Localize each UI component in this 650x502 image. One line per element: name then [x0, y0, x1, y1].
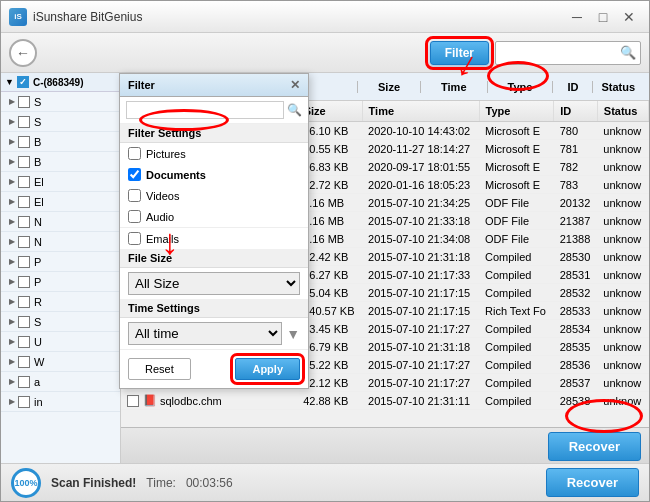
file-time: 2015-07-10 21:17:15: [362, 302, 479, 320]
time-settings-title: Time Settings: [120, 299, 308, 318]
file-id: 28536: [554, 356, 598, 374]
file-time: 2020-09-17 18:01:55: [362, 158, 479, 176]
file-time: 2020-01-16 18:05:23: [362, 176, 479, 194]
file-status: unknow: [597, 248, 648, 266]
file-time: 2015-07-10 21:34:08: [362, 230, 479, 248]
window-controls[interactable]: ─ □ ✕: [565, 7, 641, 27]
audio-checkbox[interactable]: [128, 210, 141, 223]
pictures-checkbox[interactable]: [128, 147, 141, 160]
file-status: unknow: [597, 158, 648, 176]
filter-option-emails[interactable]: Emails: [120, 227, 308, 249]
file-type: Compiled: [479, 374, 554, 392]
file-type: Compiled: [479, 266, 554, 284]
drive-item[interactable]: ▼ ✓ C-(868349): [1, 73, 120, 92]
file-time: 2015-07-10 21:17:33: [362, 266, 479, 284]
col-id-label: ID: [552, 81, 592, 93]
status-recover-button[interactable]: Recover: [546, 468, 639, 497]
sidebar-item-4[interactable]: ▶ El: [1, 172, 120, 192]
sidebar-item-7[interactable]: ▶ N: [1, 232, 120, 252]
close-button[interactable]: ✕: [617, 7, 641, 27]
filter-search-input[interactable]: [126, 101, 284, 119]
file-time: 2015-07-10 21:17:27: [362, 320, 479, 338]
videos-label: Videos: [146, 190, 179, 202]
col-header-status[interactable]: Status: [597, 101, 648, 122]
sidebar-item-12[interactable]: ▶ U: [1, 332, 120, 352]
back-button[interactable]: ←: [9, 39, 37, 67]
apply-button[interactable]: Apply: [235, 358, 300, 380]
sidebar-item-9[interactable]: ▶ P: [1, 272, 120, 292]
search-icon[interactable]: 🔍: [620, 45, 636, 60]
emails-checkbox[interactable]: [128, 232, 141, 245]
time-value: 00:03:56: [186, 476, 233, 490]
file-type: Microsoft E: [479, 176, 554, 194]
pictures-label: Pictures: [146, 148, 186, 160]
file-id: 28537: [554, 374, 598, 392]
title-bar: iS iSunshare BitGenius ─ □ ✕: [1, 1, 649, 33]
search-input[interactable]: [500, 47, 620, 59]
status-bar: 100% Scan Finished! Time: 00:03:56 Recov…: [1, 463, 649, 501]
file-status: unknow: [597, 374, 648, 392]
file-time: 2020-11-27 18:14:27: [362, 140, 479, 158]
file-id: 21387: [554, 212, 598, 230]
sidebar-item-1[interactable]: ▶ S: [1, 112, 120, 132]
file-time: 2015-07-10 21:33:18: [362, 212, 479, 230]
file-status: unknow: [597, 194, 648, 212]
sidebar-item-10[interactable]: ▶ R: [1, 292, 120, 312]
col-header-id[interactable]: ID: [554, 101, 598, 122]
maximize-button[interactable]: □: [591, 7, 615, 27]
filter-panel-close[interactable]: ✕: [290, 78, 300, 92]
file-type: Compiled: [479, 338, 554, 356]
filter-option-pictures[interactable]: Pictures: [120, 143, 308, 164]
sidebar-item-6[interactable]: ▶ N: [1, 212, 120, 232]
sidebar-item-13[interactable]: ▶ W: [1, 352, 120, 372]
col-size-label: Size: [357, 81, 420, 93]
reset-button[interactable]: Reset: [128, 358, 191, 380]
documents-checkbox[interactable]: [128, 168, 141, 181]
videos-checkbox[interactable]: [128, 189, 141, 202]
file-type-icon: 📕: [143, 394, 157, 407]
file-id: 781: [554, 140, 598, 158]
emails-label: Emails: [146, 233, 179, 245]
inner-recover-button[interactable]: Recover: [548, 432, 641, 461]
file-id: 28531: [554, 266, 598, 284]
filter-option-videos[interactable]: Videos: [120, 185, 308, 206]
minimize-button[interactable]: ─: [565, 7, 589, 27]
sidebar-item-8[interactable]: ▶ P: [1, 252, 120, 272]
file-id: 28533: [554, 302, 598, 320]
file-type: ODF File: [479, 212, 554, 230]
col-header-time[interactable]: Time: [362, 101, 479, 122]
drive-label: C-(868349): [33, 77, 84, 88]
audio-label: Audio: [146, 211, 174, 223]
sidebar: ▼ ✓ C-(868349) ▶ S ▶ S ▶ B ▶ B ▶ El ▶ El…: [1, 73, 121, 465]
file-size-select[interactable]: All Size < 1 MB 1 MB - 10 MB > 10 MB: [128, 272, 300, 295]
file-time: 2015-07-10 21:17:15: [362, 284, 479, 302]
file-checkbox[interactable]: [127, 395, 139, 407]
sidebar-item-0[interactable]: ▶ S: [1, 92, 120, 112]
sidebar-item-2[interactable]: ▶ B: [1, 132, 120, 152]
file-size: 42.88 KB: [297, 392, 362, 410]
sidebar-item-3[interactable]: ▶ B: [1, 152, 120, 172]
file-time: 2015-07-10 21:17:27: [362, 356, 479, 374]
sidebar-item-15[interactable]: ▶ in: [1, 392, 120, 412]
sidebar-item-14[interactable]: ▶ a: [1, 372, 120, 392]
col-header-type[interactable]: Type: [479, 101, 554, 122]
filter-search-icon: 🔍: [287, 103, 302, 117]
time-select[interactable]: All time Today Last Week Last Month: [128, 322, 282, 345]
filter-option-audio[interactable]: Audio: [120, 206, 308, 227]
col-time-label: Time: [420, 81, 486, 93]
table-row[interactable]: 📕 sqlodbc.chm 42.88 KB 2015-07-10 21:31:…: [121, 392, 649, 410]
filter-button[interactable]: Filter: [430, 41, 489, 65]
file-type: Compiled: [479, 320, 554, 338]
time-dropdown-icon: ▼: [286, 326, 300, 342]
file-id: 28534: [554, 320, 598, 338]
file-type: ODF File: [479, 194, 554, 212]
file-time: 2015-07-10 21:31:18: [362, 338, 479, 356]
search-box[interactable]: 🔍: [495, 41, 641, 65]
progress-circle: 100%: [11, 468, 41, 498]
sidebar-item-11[interactable]: ▶ S: [1, 312, 120, 332]
drive-checkbox[interactable]: ✓: [17, 76, 29, 88]
time-label: Time:: [146, 476, 176, 490]
file-type: Microsoft E: [479, 122, 554, 140]
filter-option-documents[interactable]: Documents: [120, 164, 308, 185]
sidebar-item-5[interactable]: ▶ El: [1, 192, 120, 212]
